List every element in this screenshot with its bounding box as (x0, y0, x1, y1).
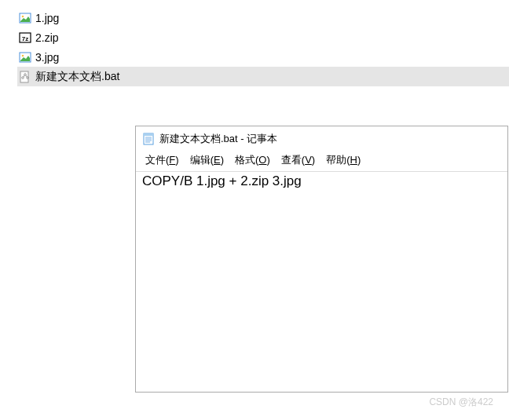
watermark: CSDN @洛422 (429, 396, 493, 409)
menu-e[interactable]: 编辑(E) (185, 152, 229, 168)
image-file-icon (19, 51, 31, 64)
file-list: 1.jpg7z2.zip3.jpg新建文本文档.bat (0, 0, 509, 86)
svg-point-5 (22, 54, 24, 57)
file-item[interactable]: 3.jpg (17, 47, 509, 67)
titlebar[interactable]: 新建文本文档.bat - 记事本 (136, 126, 507, 151)
menu-f[interactable]: 文件(F) (141, 152, 184, 168)
image-file-icon (19, 12, 31, 24)
menu-h[interactable]: 帮助(H) (321, 152, 365, 168)
7z-file-icon: 7z (19, 31, 31, 44)
window-title: 新建文本文档.bat - 记事本 (159, 132, 277, 146)
svg-rect-11 (144, 133, 153, 136)
notepad-icon (142, 133, 155, 145)
menu-v[interactable]: 查看(V) (276, 152, 320, 168)
notepad-window: 新建文本文档.bat - 记事本 文件(F)编辑(E)格式(O)查看(V)帮助(… (135, 126, 508, 393)
file-item[interactable]: 7z2.zip (17, 27, 509, 47)
file-item[interactable]: 新建文本文档.bat (17, 67, 509, 86)
file-item[interactable]: 1.jpg (17, 8, 509, 27)
svg-text:7z: 7z (22, 35, 28, 42)
menu-o[interactable]: 格式(O) (230, 152, 275, 168)
svg-point-1 (22, 15, 24, 17)
menubar: 文件(F)编辑(E)格式(O)查看(V)帮助(H) (136, 151, 507, 171)
editor-content[interactable]: COPY/B 1.jpg + 2.zip 3.jpg (136, 171, 507, 392)
bat-file-icon (19, 71, 31, 83)
file-label: 2.zip (35, 31, 59, 44)
file-label: 3.jpg (35, 51, 59, 64)
file-label: 1.jpg (35, 12, 59, 24)
file-label: 新建文本文档.bat (35, 70, 119, 84)
